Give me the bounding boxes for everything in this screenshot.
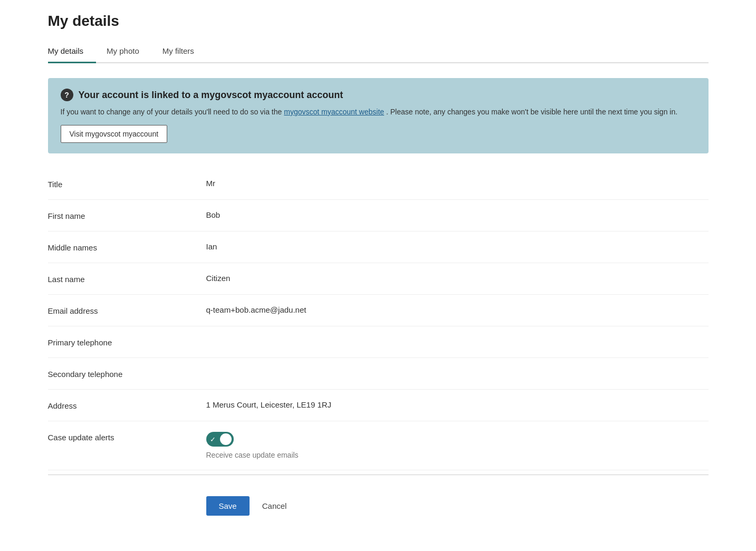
field-secondary-telephone: Secondary telephone (48, 358, 709, 390)
field-middle-names-label: Middle names (48, 242, 206, 252)
toggle-helper-text: Receive case update emails (206, 451, 709, 459)
field-case-update-alerts-label: Case update alerts (48, 432, 206, 442)
field-primary-telephone-label: Primary telephone (48, 337, 206, 347)
field-middle-names: Middle names Ian (48, 231, 709, 263)
banner-text-after-link: . Please note, any changes you make won'… (386, 108, 677, 116)
tab-my-photo[interactable]: My photo (96, 40, 152, 63)
field-case-update-alerts: Case update alerts ✓ Receive case update… (48, 421, 709, 470)
field-address-label: Address (48, 400, 206, 410)
visit-myaccount-button[interactable]: Visit mygovscot myaccount (61, 125, 168, 143)
field-address-value: 1 Merus Court, Leicester, LE19 1RJ (206, 400, 709, 409)
info-banner: ? Your account is linked to a mygovscot … (48, 78, 709, 153)
banner-text-before-link: If you want to change any of your detail… (61, 108, 282, 116)
field-title: Title Mr (48, 168, 709, 200)
field-first-name-label: First name (48, 210, 206, 220)
info-icon: ? (61, 89, 73, 101)
toggle-check-icon: ✓ (210, 436, 216, 443)
field-last-name-label: Last name (48, 274, 206, 284)
field-middle-names-value: Ian (206, 242, 709, 251)
field-primary-telephone: Primary telephone (48, 326, 709, 358)
save-button[interactable]: Save (206, 496, 250, 516)
section-divider (48, 475, 709, 475)
page-title: My details (48, 13, 709, 30)
field-title-label: Title (48, 179, 206, 189)
banner-heading: Your account is linked to a mygovscot my… (79, 90, 343, 101)
actions-section: Save Cancel (206, 479, 709, 528)
banner-text: If you want to change any of your detail… (61, 107, 696, 118)
case-update-toggle[interactable]: ✓ (206, 432, 234, 447)
field-last-name-value: Citizen (206, 274, 709, 283)
field-email: Email address q-team+bob.acme@jadu.net (48, 295, 709, 326)
cancel-button[interactable]: Cancel (258, 496, 291, 516)
banner-header: ? Your account is linked to a mygovscot … (61, 89, 696, 101)
tabs-nav: My details My photo My filters (48, 40, 709, 63)
field-case-update-alerts-value: ✓ Receive case update emails (206, 432, 709, 459)
toggle-container: ✓ (206, 432, 709, 447)
field-first-name: First name Bob (48, 200, 709, 231)
tab-my-filters[interactable]: My filters (152, 40, 207, 63)
banner-link[interactable]: mygovscot myaccount website (284, 108, 384, 116)
field-address: Address 1 Merus Court, Leicester, LE19 1… (48, 390, 709, 421)
toggle-wrapper: ✓ Receive case update emails (206, 432, 709, 459)
toggle-knob (220, 433, 232, 445)
field-secondary-telephone-label: Secondary telephone (48, 369, 206, 379)
form-section: Title Mr First name Bob Middle names Ian… (48, 168, 709, 470)
field-first-name-value: Bob (206, 210, 709, 219)
field-email-label: Email address (48, 305, 206, 315)
field-title-value: Mr (206, 179, 709, 188)
field-last-name: Last name Citizen (48, 263, 709, 295)
field-email-value: q-team+bob.acme@jadu.net (206, 305, 709, 314)
tab-my-details[interactable]: My details (48, 40, 97, 63)
